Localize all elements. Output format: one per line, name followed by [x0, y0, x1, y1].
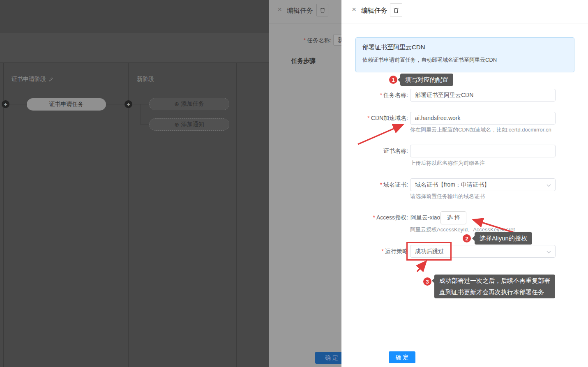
chevron-down-icon: [546, 184, 551, 187]
delete-task-button[interactable]: [390, 3, 402, 17]
trash-icon: [393, 7, 399, 13]
required-mark: *: [380, 181, 382, 188]
plugin-info-box: 部署证书至阿里云CDN 依赖证书申请前置任务，自动部署域名证书至阿里云CDN: [355, 37, 574, 72]
drawer-title: 编辑任务: [361, 7, 387, 15]
task-name-label: *任务名称:: [294, 37, 332, 44]
stage-title-text: 证书申请阶段: [12, 76, 46, 83]
domain-cert-hint: 请选择前置任务输出的域名证书: [410, 193, 485, 200]
add-task-label: 添加任务: [181, 100, 204, 108]
plus-icon: +: [4, 102, 7, 107]
circle-plus-icon: ⊕: [174, 101, 179, 107]
access-label: *Access授权:: [341, 214, 408, 222]
domain-cert-value: 域名证书【from：申请证书】: [415, 181, 490, 188]
stage-title-text: 新阶段: [137, 76, 154, 83]
add-task-pill[interactable]: ⊕ 添加任务: [149, 98, 229, 110]
trash-icon: [320, 7, 325, 13]
add-stage-button[interactable]: +: [2, 100, 9, 108]
task-pill-label: 证书申请任务: [49, 101, 84, 108]
drawer-title: 编辑任务: [287, 7, 313, 15]
stage-title-new-stage: 新阶段: [137, 76, 154, 83]
plugin-title: 部署证书至阿里云CDN: [362, 44, 567, 51]
task-steps-title: 任务步骤: [291, 57, 316, 65]
annotation-step1-badge: 1: [389, 76, 397, 84]
delete-task-button[interactable]: [316, 4, 328, 16]
cdn-domain-label: *CDN加速域名:: [341, 115, 408, 122]
app-window: 证书申请阶段 新阶段 + + 证书申请任务: [0, 0, 588, 367]
confirm-button[interactable]: 确 定: [389, 351, 415, 363]
annotation-step3-line2: 直到证书更新才会再次执行本部署任务: [439, 286, 550, 298]
annotation-step1-tooltip: 填写对应的配置: [400, 74, 453, 86]
arrow-to-run-strategy: [417, 262, 426, 272]
plus-icon: +: [127, 102, 130, 107]
annotation-step3-line1: 成功部署过一次之后，后续不再重复部署: [439, 275, 550, 286]
access-choose-button[interactable]: 选 择: [440, 211, 466, 224]
column-border: [128, 63, 129, 367]
header-divider: [341, 23, 588, 23]
required-mark: *: [382, 248, 384, 254]
close-icon[interactable]: ×: [352, 5, 356, 13]
close-icon[interactable]: ×: [277, 5, 282, 13]
task-name-input[interactable]: 部署证书至阿里云CDN: [410, 89, 556, 102]
stage-title-cert-request: 证书申请阶段: [12, 76, 53, 83]
chevron-down-icon: [546, 251, 551, 254]
add-stage-button[interactable]: +: [125, 100, 132, 108]
task-name-label: *任务名称:: [341, 92, 408, 99]
required-mark: *: [304, 37, 306, 44]
task-pill-cert-request[interactable]: 证书申请任务: [27, 98, 106, 111]
connector-line: [141, 125, 149, 125]
annotation-step2-tooltip: 选择Aliyun的授权: [475, 232, 532, 245]
connector-line: [141, 104, 141, 125]
circle-plus-icon: ⊕: [174, 121, 179, 128]
connector-line: [9, 104, 27, 104]
cert-name-hint: 上传后将以此名称作为前缀备注: [410, 159, 485, 167]
required-mark: *: [380, 92, 382, 98]
add-notify-pill[interactable]: ⊕ 添加通知: [149, 118, 229, 131]
run-strategy-label: *运行策略: [341, 248, 408, 255]
domain-cert-label: *域名证书:: [341, 181, 408, 189]
annotation-step3-badge: 3: [423, 277, 431, 286]
edit-task-drawer: × 编辑任务 部署证书至阿里云CDN 依赖证书申请前置任务，自动部署域名证书至阿…: [341, 0, 588, 367]
access-selected-value: 阿里云-xiao: [410, 214, 440, 222]
cert-name-label: 证书名称:: [341, 148, 408, 155]
cdn-domain-hint: 你在阿里云上配置的CDN加速域名，比如:certd.docmirror.cn: [410, 126, 551, 134]
required-mark: *: [367, 115, 369, 121]
run-strategy-highlight-box: [406, 242, 452, 261]
domain-cert-select[interactable]: 域名证书【from：申请证书】: [410, 178, 556, 191]
required-mark: *: [373, 214, 375, 221]
add-notify-label: 添加通知: [181, 121, 204, 128]
column-border: [3, 63, 4, 367]
column-border: [236, 63, 237, 367]
connector-line: [106, 104, 125, 104]
plugin-description: 依赖证书申请前置任务，自动部署域名证书至阿里云CDN: [362, 56, 567, 64]
annotation-step2-badge: 2: [463, 234, 471, 242]
annotation-step3-tooltip: 成功部署过一次之后，后续不再重复部署 直到证书更新才会再次执行本部署任务: [434, 275, 555, 298]
cdn-domain-input[interactable]: ai.handsfree.work: [410, 112, 556, 125]
cert-name-input[interactable]: [410, 145, 556, 157]
arrow-to-cdn-field: [358, 125, 402, 144]
edit-pencil-icon[interactable]: [48, 77, 53, 82]
